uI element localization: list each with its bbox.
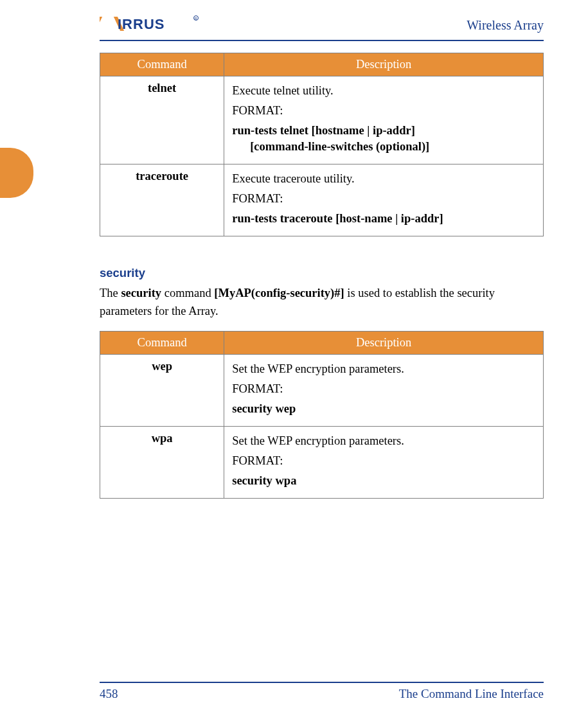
footer-title: The Command Line Interface [399,687,544,701]
xirrus-logo-icon: IRRUS R [100,14,202,33]
cmd-cell-telnet: telnet [100,76,224,164]
format-label: FORMAT: [232,191,535,207]
page-content: Command Description telnet Execute telne… [0,41,579,499]
section-heading-security: security [100,266,544,280]
para-bold: security [121,287,161,299]
format-command: security wpa [232,473,535,489]
svg-rect-0 [100,17,102,31]
format-label: FORMAT: [232,453,535,469]
th-command: Command [100,332,224,355]
th-command: Command [100,53,224,76]
desc-cell-wep: Set the WEP encryption parameters. FORMA… [224,355,544,427]
brand-logo: IRRUS R [100,14,202,36]
desc-cell-telnet: Execute telnet utility. FORMAT: run-test… [224,76,544,164]
desc-text: Execute telnet utility. [232,83,535,99]
section-paragraph: The security command [MyAP(config-securi… [100,284,544,321]
desc-text: Set the WEP encryption parameters. [232,433,535,449]
page-header: IRRUS R Wireless Array [0,0,579,41]
table-header-row: Command Description [100,332,544,355]
desc-cell-wpa: Set the WEP encryption parameters. FORMA… [224,427,544,499]
header-title: Wireless Array [467,18,544,33]
page-number: 458 [100,687,118,701]
cmd-cell-traceroute: traceroute [100,164,224,236]
desc-cell-traceroute: Execute traceroute utility. FORMAT: run-… [224,164,544,236]
header-divider [100,40,544,41]
th-description: Description [224,53,544,76]
para-bold: [MyAP(config-security)#] [214,287,344,299]
table-row: traceroute Execute traceroute utility. F… [100,164,544,236]
format-label: FORMAT: [232,381,535,397]
format-command: security wep [232,401,535,417]
para-text: The [100,287,121,299]
logo-text: IRRUS [118,16,165,32]
footer-divider [100,682,544,683]
th-description: Description [224,332,544,355]
svg-text:R: R [195,17,197,21]
command-table-1: Command Description telnet Execute telne… [100,53,544,236]
desc-text: Execute traceroute utility. [232,171,535,187]
format-command: run-tests telnet [hostname | ip-addr] [c… [232,123,535,155]
format-line-1: run-tests traceroute [host-name | ip-add… [232,212,443,225]
table-header-row: Command Description [100,53,544,76]
format-label: FORMAT: [232,103,535,119]
page-footer: 458 The Command Line Interface [0,682,579,701]
table-row: wep Set the WEP encryption parameters. F… [100,355,544,427]
format-command: run-tests traceroute [host-name | ip-add… [232,211,535,227]
format-line-1: run-tests telnet [hostname | ip-addr] [232,124,415,137]
format-line-1: security wpa [232,474,296,487]
format-line-1: security wep [232,402,296,415]
para-text: command [161,287,214,299]
table-row: wpa Set the WEP encryption parameters. F… [100,427,544,499]
cmd-cell-wpa: wpa [100,427,224,499]
table-row: telnet Execute telnet utility. FORMAT: r… [100,76,544,164]
cmd-cell-wep: wep [100,355,224,427]
command-table-2: Command Description wep Set the WEP encr… [100,331,544,499]
format-line-2: [command-line-switches (optional)] [232,139,535,155]
desc-text: Set the WEP encryption parameters. [232,361,535,377]
